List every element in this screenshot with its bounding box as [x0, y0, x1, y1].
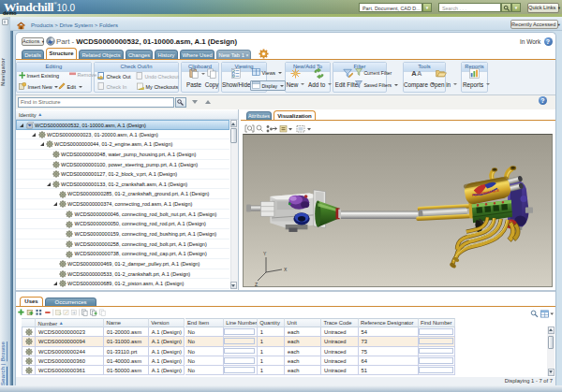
svg-text:A: A: [417, 68, 422, 77]
svg-text:Y: Y: [263, 251, 267, 256]
svg-text:X: X: [284, 267, 288, 272]
svg-text:Z: Z: [255, 282, 258, 286]
